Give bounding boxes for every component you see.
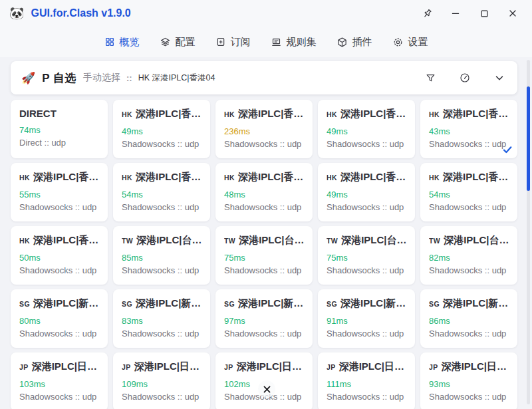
proxy-protocol: Shadowsocks :: udp — [224, 139, 305, 149]
proxy-card[interactable]: HK 深港IPLC|香… 54ms Shadowsocks :: udp — [113, 163, 210, 221]
proxy-region-prefix: JP — [122, 363, 131, 371]
proxy-card[interactable]: JP 深港IPLC|日… 111ms Shadowsocks :: udp — [318, 352, 415, 409]
proxy-card[interactable]: JP 深港IPLC|日… 103ms Shadowsocks :: udp — [11, 352, 108, 409]
proxy-name: HK 深港IPLC|香… — [224, 108, 305, 120]
tab-subscriptions[interactable]: 订阅 — [215, 36, 251, 49]
proxy-latency: 54ms — [429, 190, 509, 200]
proxy-label: 深港IPLC|香… — [443, 108, 508, 120]
proxy-region-prefix: TW — [327, 237, 338, 245]
chevron-down-icon[interactable] — [492, 70, 507, 85]
proxy-latency: 82ms — [429, 253, 509, 263]
proxy-card[interactable]: HK 深港IPLC|香… 54ms Shadowsocks :: udp — [420, 163, 517, 221]
proxy-latency: 91ms — [327, 316, 407, 326]
proxy-card[interactable]: TW 深港IPLC|台… 75ms Shadowsocks :: udp — [318, 226, 415, 285]
proxy-region-prefix: SG — [122, 300, 132, 308]
proxy-card[interactable]: HK 深港IPLC|香… 48ms Shadowsocks :: udp — [215, 163, 313, 221]
proxy-protocol: Shadowsocks :: udp — [122, 329, 202, 339]
proxy-protocol: Shadowsocks :: udp — [327, 265, 407, 275]
scrollbar-track[interactable] — [527, 60, 530, 404]
proxy-name: DIRECT — [19, 108, 100, 119]
proxy-card[interactable]: HK 深港IPLC|香… 50ms Shadowsocks :: udp — [11, 226, 108, 285]
proxy-label: 深港IPLC|日… — [339, 360, 404, 373]
proxy-latency: 80ms — [19, 316, 100, 326]
proxy-protocol: Shadowsocks :: udp — [327, 392, 407, 402]
proxy-region-prefix: JP — [224, 363, 233, 371]
titlebar: 🐼 GUI.for.Clash v1.9.0 — [0, 0, 532, 27]
proxy-label: 深港IPLC|香… — [136, 171, 201, 184]
collapse-group-close-icon[interactable] — [258, 380, 275, 398]
proxy-card[interactable]: DIRECT 74ms Direct :: udp — [11, 100, 108, 158]
proxy-region-prefix: TW — [224, 237, 235, 245]
proxy-protocol: Shadowsocks :: udp — [19, 202, 100, 212]
plugin-box-icon — [336, 37, 348, 48]
proxy-card[interactable]: SG 深港IPLC|新… 97ms Shadowsocks :: udp — [215, 289, 313, 348]
proxy-card[interactable]: HK 深港IPLC|香… 55ms Shadowsocks :: udp — [11, 163, 108, 221]
proxy-card[interactable]: JP 深港IPLC|日… 93ms Shadowsocks :: udp — [420, 352, 517, 409]
tab-overview[interactable]: 概览 — [104, 36, 140, 49]
group-selected-proxy: HK 深港IPLC|香港04 — [138, 72, 215, 84]
proxy-label: DIRECT — [19, 108, 57, 119]
proxy-name: SG 深港IPLC|新… — [429, 297, 509, 310]
proxy-protocol: Shadowsocks :: udp — [19, 392, 100, 402]
proxy-region-prefix: HK — [224, 110, 235, 118]
proxy-card[interactable]: SG 深港IPLC|新… 80ms Shadowsocks :: udp — [11, 289, 108, 348]
grid-overview-icon — [104, 37, 115, 47]
proxy-protocol: Shadowsocks :: udp — [429, 392, 509, 402]
proxy-latency: 93ms — [429, 379, 509, 389]
proxy-latency: 49ms — [327, 126, 407, 136]
proxy-name: TW 深港IPLC|台… — [327, 234, 407, 247]
proxy-label: 深港IPLC|香… — [33, 171, 98, 184]
proxy-card[interactable]: SG 深港IPLC|新… 91ms Shadowsocks :: udp — [318, 289, 415, 348]
speed-test-gauge-icon[interactable] — [458, 70, 472, 85]
proxy-latency: 83ms — [122, 316, 202, 326]
proxy-card[interactable]: SG 深港IPLC|新… 86ms Shadowsocks :: udp — [420, 289, 517, 348]
proxy-latency: 49ms — [327, 190, 407, 200]
proxy-latency: 74ms — [19, 125, 100, 135]
tab-plugins[interactable]: 插件 — [336, 36, 372, 49]
filter-funnel-icon[interactable] — [424, 71, 438, 85]
app-title: GUI.for.Clash v1.9.0 — [31, 7, 130, 19]
proxy-protocol: Shadowsocks :: udp — [327, 329, 407, 339]
minimize-icon[interactable] — [446, 4, 466, 23]
proxy-card[interactable]: HK 深港IPLC|香… 49ms Shadowsocks :: udp — [318, 163, 415, 221]
proxy-group-header[interactable]: 🚀 P 自选 手动选择 :: HK 深港IPLC|香港04 — [11, 61, 517, 94]
proxy-card[interactable]: HK 深港IPLC|香… 236ms Shadowsocks :: udp — [215, 100, 313, 158]
proxy-protocol: Shadowsocks :: udp — [429, 329, 509, 339]
proxy-card[interactable]: HK 深港IPLC|香… 43ms Shadowsocks :: udp — [420, 100, 517, 158]
proxy-protocol: Shadowsocks :: udp — [19, 329, 100, 339]
proxy-card[interactable]: HK 深港IPLC|香… 49ms Shadowsocks :: udp — [318, 100, 415, 158]
maximize-icon[interactable] — [474, 4, 494, 23]
proxy-label: 深港IPLC|日… — [237, 360, 302, 373]
scrollbar-thumb[interactable] — [527, 86, 530, 191]
proxy-label: 深港IPLC|香… — [340, 171, 406, 184]
proxy-name: HK 深港IPLC|香… — [122, 108, 202, 120]
app-logo-panda-icon: 🐼 — [9, 7, 24, 19]
proxy-protocol: Shadowsocks :: udp — [122, 139, 202, 149]
proxy-latency: 55ms — [19, 190, 100, 200]
close-icon[interactable] — [503, 4, 523, 23]
pin-window-icon[interactable] — [417, 4, 437, 23]
proxy-label: 深港IPLC|香… — [33, 234, 98, 247]
proxy-name: SG 深港IPLC|新… — [224, 297, 305, 310]
proxy-name: HK 深港IPLC|香… — [122, 171, 202, 184]
bookmark-plus-icon — [215, 37, 226, 47]
proxy-name: TW 深港IPLC|台… — [429, 234, 509, 247]
proxy-label: 深港IPLC|新… — [443, 297, 508, 310]
tab-profiles[interactable]: 配置 — [160, 36, 196, 49]
proxy-label: 深港IPLC|香… — [340, 108, 406, 120]
proxy-region-prefix: HK — [429, 110, 440, 118]
tab-settings[interactable]: 设置 — [392, 36, 428, 49]
proxy-card[interactable]: TW 深港IPLC|台… 75ms Shadowsocks :: udp — [215, 226, 313, 285]
tab-rulesets[interactable]: 规则集 — [271, 36, 317, 49]
proxy-card[interactable]: TW 深港IPLC|台… 82ms Shadowsocks :: udp — [420, 226, 517, 285]
proxy-card[interactable]: JP 深港IPLC|日… 109ms Shadowsocks :: udp — [113, 352, 210, 409]
proxy-card[interactable]: TW 深港IPLC|台… 85ms Shadowsocks :: udp — [113, 226, 210, 285]
proxy-protocol: Shadowsocks :: udp — [224, 202, 305, 212]
proxy-name: HK 深港IPLC|香… — [19, 234, 100, 247]
proxy-label: 深港IPLC|香… — [238, 108, 303, 120]
proxy-card[interactable]: HK 深港IPLC|香… 49ms Shadowsocks :: udp — [113, 100, 210, 158]
proxy-protocol: Shadowsocks :: udp — [224, 329, 305, 339]
tab-label: 插件 — [352, 36, 372, 49]
rocket-icon: 🚀 — [21, 71, 35, 85]
proxy-card[interactable]: SG 深港IPLC|新… 83ms Shadowsocks :: udp — [113, 289, 210, 348]
